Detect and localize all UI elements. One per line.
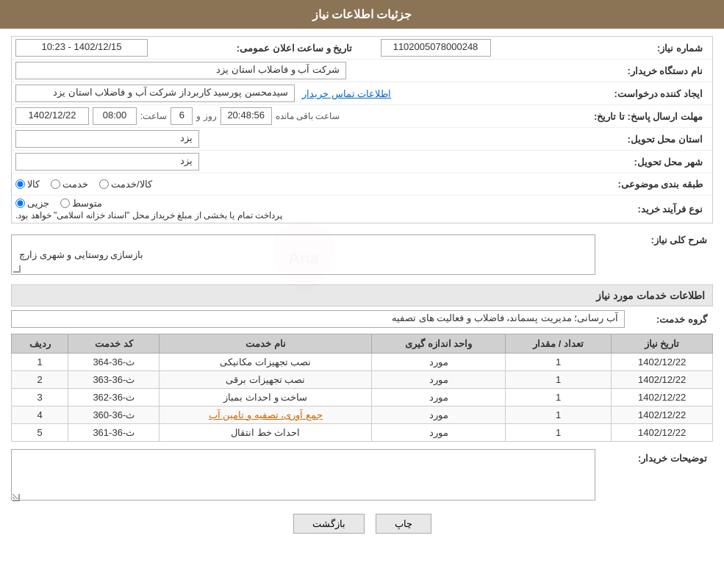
cell-unit: مورد (372, 389, 506, 406)
cell-code: ث-36-364 (68, 354, 160, 371)
row-province: استان محل تحویل: یزد (12, 128, 712, 151)
cell-code: ث-36-362 (68, 389, 160, 406)
cell-code: ث-36-360 (68, 406, 160, 424)
buyer-org-label: نام دستگاه خریدار: (591, 65, 709, 76)
description-container: Ana بازسازی روستایی و شهری زارچ (11, 231, 595, 279)
services-section-title: اطلاعات خدمات مورد نیاز (11, 284, 713, 306)
svg-text:Ana: Ana (288, 249, 319, 268)
proc-jozei-label: جزیی (27, 198, 49, 209)
days-label: روز و (196, 111, 216, 121)
row-need-number: شماره نیاز: 1102005078000248 تاریخ و ساع… (12, 37, 712, 60)
buyer-notes-container (11, 449, 595, 503)
page-wrapper: جزئیات اطلاعات نیاز شماره نیاز: 11020050… (0, 0, 724, 588)
cell-code: ث-36-363 (68, 371, 160, 389)
col-date-header: تاریخ نیاز (612, 334, 713, 354)
col-unit-header: واحد اندازه گیری (372, 334, 506, 354)
proc-jozei-item: جزیی (15, 198, 49, 209)
table-row: 1402/12/221موردجمع آوری، تصفیه و تامین آ… (12, 406, 713, 424)
deadline-time-box: 08:00 (93, 107, 137, 125)
description-section: شرح کلی نیاز: Ana بازسازی روستایی و شهری… (11, 231, 713, 279)
row-proc-type: نوع فرآیند خرید: متوسط جزیی پرداخت تمام … (12, 196, 712, 223)
cell-name: نصب تجهیزات برقی (160, 371, 372, 389)
description-text: بازسازی روستایی و شهری زارچ (19, 249, 143, 260)
cell-name: احداث خط انتقال (160, 424, 372, 442)
category-kala-label: کالا (27, 179, 40, 190)
back-button[interactable]: بازگشت (293, 514, 365, 534)
buyer-org-value-cell: شرکت آب و فاضلاب استان یزد (15, 62, 591, 79)
services-table-body: 1402/12/221موردنصب تجهیزات مکانیکیث-36-3… (12, 354, 713, 442)
need-number-input: 1102005078000248 (381, 39, 491, 57)
row-category: طبقه بندی موضوعی: کالا/خدمت خدمت کالا (12, 173, 712, 196)
table-row: 1402/12/221موردساخت و احداث بمبازث-36-36… (12, 389, 713, 406)
service-group-input: آب رسانی؛ مدیریت پسماند، فاضلاب و فعالیت… (11, 310, 625, 328)
category-value-cell: کالا/خدمت خدمت کالا (15, 179, 591, 190)
buyer-notes-textarea[interactable] (11, 449, 595, 501)
deadline-date-row: ساعت باقی مانده 20:48:56 روز و 6 ساعت: 0… (15, 107, 340, 125)
cell-unit: مورد (372, 354, 506, 371)
cell-qty: 1 (506, 389, 612, 406)
cell-unit: مورد (372, 371, 506, 389)
col-row-header: ردیف (12, 334, 68, 354)
main-content: شماره نیاز: 1102005078000248 تاریخ و ساع… (0, 29, 724, 552)
category-khadamat-label: خدمت (62, 179, 88, 190)
category-radio-group: کالا/خدمت خدمت کالا (15, 179, 152, 190)
buyer-notes-section: توضیحات خریدار: (11, 449, 713, 503)
announce-date-label: تاریخ و ساعت اعلان عمومی: (226, 43, 359, 54)
service-name-link[interactable]: جمع آوری، تصفیه و تامین آب (209, 409, 323, 420)
proc-mota-item: متوسط (60, 198, 102, 209)
category-kala-radio[interactable] (15, 179, 25, 189)
cell-code: ث-36-361 (68, 424, 160, 442)
cell-row: 3 (12, 389, 68, 406)
info-section: شماره نیاز: 1102005078000248 تاریخ و ساع… (11, 36, 713, 223)
deadline-label: مهلت ارسال پاسخ: تا تاریخ: (591, 111, 709, 122)
proc-mota-radio[interactable] (60, 198, 70, 208)
category-kala-khadamat-radio[interactable] (99, 179, 109, 189)
cell-row: 5 (12, 424, 68, 442)
page-title: جزئیات اطلاعات نیاز (312, 8, 412, 21)
category-kala-khadamat-label: کالا/خدمت (111, 179, 152, 190)
city-value-cell: یزد (15, 153, 591, 171)
province-label: استان محل تحویل: (591, 134, 709, 145)
remaining-label: ساعت باقی مانده (276, 111, 340, 121)
cell-date: 1402/12/22 (612, 406, 713, 424)
col-qty-header: تعداد / مقدار (506, 334, 612, 354)
requester-contact-link[interactable]: اطلاعات تماس خریدار (302, 88, 391, 99)
cell-row: 1 (12, 354, 68, 371)
category-khadamat-radio[interactable] (51, 179, 60, 189)
resize-handle[interactable] (13, 265, 21, 273)
table-row: 1402/12/221مورداحداث خط انتقالث-36-3615 (12, 424, 713, 442)
services-table: تاریخ نیاز تعداد / مقدار واحد اندازه گیر… (11, 334, 713, 442)
service-group-label: گروه خدمت: (625, 314, 713, 325)
col-code-header: کد خدمت (68, 334, 160, 354)
row-requester: ایجاد کننده درخواست: اطلاعات تماس خریدار… (12, 82, 712, 105)
cell-row: 2 (12, 371, 68, 389)
row-buyer-org: نام دستگاه خریدار: شرکت آب و فاضلاب استا… (12, 60, 712, 82)
category-khadamat-item: خدمت (51, 179, 88, 190)
page-header: جزئیات اطلاعات نیاز (0, 0, 724, 29)
notes-resize-handle[interactable] (12, 494, 20, 501)
category-kala-item: کالا (15, 179, 40, 190)
cell-name: جمع آوری، تصفیه و تامین آب (160, 406, 372, 424)
announce-date-input: 1402/12/15 - 10:23 (15, 39, 148, 57)
cell-qty: 1 (506, 354, 612, 371)
days-box: 6 (171, 107, 193, 125)
service-group-row: گروه خدمت: آب رسانی؛ مدیریت پسماند، فاضل… (11, 310, 713, 328)
cell-row: 4 (12, 406, 68, 424)
deadline-date-box: 1402/12/22 (15, 107, 89, 125)
proc-jozei-radio[interactable] (15, 198, 25, 208)
category-kala-khadamat-item: کالا/خدمت (99, 179, 152, 190)
requester-input: سیدمحسن پورسید کاربرداز شرکت آب و فاضلاب… (15, 85, 295, 102)
table-row: 1402/12/221موردنصب تجهیزات مکانیکیث-36-3… (12, 354, 713, 371)
proc-type-value-cell: متوسط جزیی پرداخت تمام یا بخشی از مبلغ خ… (15, 198, 591, 220)
cell-date: 1402/12/22 (612, 389, 713, 406)
buyer-org-input: شرکت آب و فاضلاب استان یزد (15, 62, 346, 79)
proc-mota-label: متوسط (72, 198, 102, 209)
time-label: ساعت: (140, 111, 167, 121)
announce-date-value-cell: 1402/12/15 - 10:23 (15, 39, 226, 57)
cell-unit: مورد (372, 406, 506, 424)
print-button[interactable]: چاپ (376, 514, 431, 534)
row-city: شهر محل تحویل: یزد (12, 151, 712, 173)
bottom-buttons: چاپ بازگشت (11, 503, 713, 545)
description-label: شرح کلی نیاز: (595, 231, 713, 245)
cell-date: 1402/12/22 (612, 354, 713, 371)
